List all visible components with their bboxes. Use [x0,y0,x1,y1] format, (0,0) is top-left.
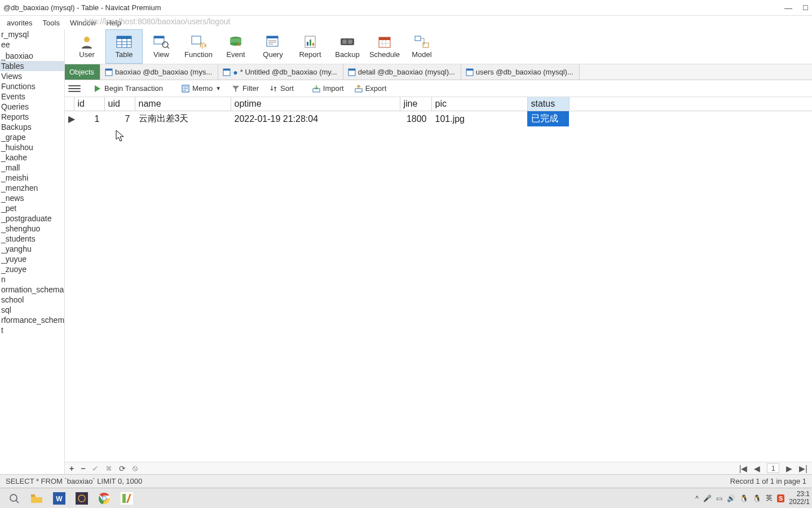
first-page-button[interactable]: |◀ [739,464,748,473]
sidebar-item-Reports[interactable]: Reports [0,112,64,122]
toolbar-query-button[interactable]: Query [254,29,292,64]
sidebar-item-_yuyue[interactable]: _yuyue [0,254,64,264]
os-taskbar[interactable]: W ^ 🎤 ▭ 🔊 🐧 🐧 英 S 23:1 2022/1 [0,488,812,508]
sidebar-item-_postgraduate[interactable]: _postgraduate [0,213,64,224]
cancel-button[interactable]: ✖ [105,464,112,473]
col-header-id[interactable]: id [74,97,104,111]
tray-volume-icon[interactable]: 🔊 [727,494,735,502]
menu-tools[interactable]: Tools [38,17,64,28]
sidebar-item-n[interactable]: n [0,274,64,284]
import-button[interactable]: Import [307,83,348,94]
sidebar-item-rformance_schema[interactable]: rformance_schema [0,315,64,325]
taskbar-file-explorer[interactable] [28,490,45,507]
sidebar-item-_meishi[interactable]: _meishi [0,173,64,183]
taskbar-search[interactable] [6,490,23,507]
tray-mic-icon[interactable]: 🎤 [703,494,712,502]
sidebar-item-_zuoye[interactable]: _zuoye [0,264,64,274]
toolbar-table-button[interactable]: Table [105,29,143,64]
sidebar-item-Views[interactable]: Views [0,71,64,81]
col-header-name[interactable]: name [135,97,231,111]
cell-jine[interactable]: 1800 [400,111,431,127]
add-row-button[interactable]: + [69,464,74,473]
cell-optime[interactable]: 2022-01-19 21:28:04 [231,111,400,127]
toolbar-view-button[interactable]: View [143,29,180,64]
taskbar-navicat[interactable] [118,490,135,507]
menu-favorites[interactable]: avorites [2,17,37,28]
stop-button[interactable]: ⦸ [133,463,138,473]
cell-name[interactable]: 云南出差3天 [135,111,231,127]
refresh-button[interactable]: ⟳ [119,464,126,473]
sidebar-item-_mall[interactable]: _mall [0,163,64,173]
sidebar-item-_menzhen[interactable]: _menzhen [0,183,64,193]
export-button[interactable]: Export [350,83,391,94]
tab-users-db-baoxiao-mysql-[interactable]: users @db_baoxiao (mysql)... [461,64,580,80]
sidebar-item-school[interactable]: school [0,295,64,305]
taskbar-ide[interactable] [73,490,90,507]
memo-button[interactable]: Memo▼ [176,83,226,94]
sidebar-item-Events[interactable]: Events [0,91,64,102]
toolbar-function-button[interactable]: f(x)Function [180,29,217,64]
sidebar-item-sql[interactable]: sql [0,305,64,315]
col-header-pic[interactable]: pic [431,97,527,111]
cell-uid[interactable]: 7 [104,111,135,127]
taskbar-clock[interactable]: 23:1 2022/1 [789,491,810,505]
sidebar-item-r_mysql[interactable]: r_mysql [0,29,64,40]
taskbar-word[interactable]: W [51,490,68,507]
taskbar-chrome[interactable] [96,490,113,507]
toolbar-model-button[interactable]: Model [403,29,440,64]
hamburger-button[interactable] [68,83,81,94]
menu-window[interactable]: Window [65,17,100,28]
sort-button[interactable]: Sort [264,83,298,94]
tray-battery-icon[interactable]: ▭ [716,494,722,502]
data-grid[interactable]: iduidnameoptimejinepicstatus▶17云南出差3天202… [65,97,812,462]
sidebar-item-_baoxiao[interactable]: _baoxiao [0,51,64,61]
tab-baoxiao-db-baoxiao-mys-[interactable]: baoxiao @db_baoxiao (mys... [100,64,218,80]
table-row[interactable]: ▶17云南出差3天2022-01-19 21:28:041800101.jpg已… [65,111,812,127]
last-page-button[interactable]: ▶| [799,464,807,473]
next-page-button[interactable]: ▶ [786,464,792,473]
toolbar-backup-button[interactable]: Backup [329,29,366,64]
dropdown-caret-icon[interactable]: ▼ [215,85,221,91]
tray-ime-icon[interactable]: 英 [766,493,773,503]
tab-detail-db-baoxiao-mysql-[interactable]: detail @db_baoxiao (mysql)... [343,64,461,80]
menu-help[interactable]: Help [102,17,126,28]
sidebar-item-Functions[interactable]: Functions [0,81,64,91]
col-header-jine[interactable]: jine [400,97,431,111]
sidebar-item-t[interactable]: t [0,325,64,335]
tab--untitled-db-baoxiao-my-[interactable]: ●* Untitled @db_baoxiao (my... [218,64,343,80]
minimize-button[interactable]: — [784,3,792,12]
cell-status[interactable]: 已完成 [527,111,569,127]
toolbar-report-button[interactable]: Report [292,29,329,64]
tray-chevron-up-icon[interactable]: ^ [695,494,699,502]
tray-qq2-icon[interactable]: 🐧 [753,494,761,502]
begin-transaction-button[interactable]: Begin Transaction [89,83,167,94]
sidebar-item-ee[interactable]: ee [0,40,64,50]
sidebar-item-_pet[interactable]: _pet [0,203,64,213]
apply-button[interactable]: ✔ [92,464,99,473]
cell-pic[interactable]: 101.jpg [431,111,527,127]
tray-qq1-icon[interactable]: 🐧 [740,494,748,502]
page-number[interactable]: 1 [767,463,779,473]
sidebar-item-_kaohe[interactable]: _kaohe [0,152,64,163]
cell-id[interactable]: 1 [74,111,104,127]
prev-page-button[interactable]: ◀ [754,464,760,473]
toolbar-event-button[interactable]: Event [217,29,254,64]
tab-objects[interactable]: Objects [65,64,100,80]
maximize-button[interactable]: ☐ [802,4,809,12]
toolbar-user-button[interactable]: User [68,29,105,64]
sidebar-item-_huishou[interactable]: _huishou [0,142,64,152]
sidebar-item-_yanghu[interactable]: _yanghu [0,244,64,254]
nav-sidebar[interactable]: r_mysqlee_baoxiaoTablesViewsFunctionsEve… [0,29,65,474]
remove-row-button[interactable]: − [81,464,85,473]
sidebar-item-Queries[interactable]: Queries [0,102,64,112]
col-header-optime[interactable]: optime [231,97,400,111]
sidebar-item-_students[interactable]: _students [0,234,64,244]
tray-sogou-icon[interactable]: S [777,494,784,502]
sidebar-item-_grape[interactable]: _grape [0,132,64,142]
sidebar-item-_news[interactable]: _news [0,193,64,203]
filter-button[interactable]: Filter [227,83,263,94]
sidebar-item-_shenghuo[interactable]: _shenghuo [0,224,64,234]
col-header-status[interactable]: status [527,97,569,111]
sidebar-item-ormation_schema[interactable]: ormation_schema [0,284,64,295]
sidebar-item-Backups[interactable]: Backups [0,122,64,132]
